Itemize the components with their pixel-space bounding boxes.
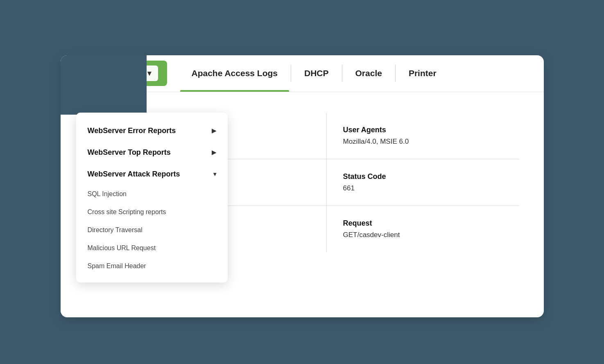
menu-item-cross-site-scripting[interactable]: Cross site Scripting reports (76, 203, 228, 221)
tab-printer[interactable]: Printer (397, 55, 448, 92)
dark-header-bg (61, 55, 147, 115)
tab-divider-3 (395, 65, 396, 82)
menu-item-sql-injection[interactable]: SQL Injection (76, 185, 228, 203)
user-agents-value: Mozilla/4.0, MSIE 6.0 (343, 138, 503, 146)
menu-item-webserver-top-reports[interactable]: WebServer Top Reports ▶ (76, 142, 228, 163)
request-value: GET/casdev-client (343, 231, 503, 239)
dropdown-menu: WebServer Error Reports ▶ WebServer Top … (76, 113, 228, 283)
menu-item-webserver-attack-reports[interactable]: WebServer Attack Reports ▾ (76, 163, 228, 185)
menu-label-top-reports: WebServer Top Reports (88, 148, 171, 157)
right-arrow-icon-2: ▶ (212, 149, 216, 156)
right-arrow-icon: ▶ (212, 127, 216, 134)
menu-item-directory-traversal[interactable]: Directory Traversal (76, 221, 228, 239)
detail-cell-user-agents: User Agents Mozilla/4.0, MSIE 6.0 (327, 113, 519, 159)
tab-apache-access-logs[interactable]: Apache Access Logs (180, 55, 289, 92)
detail-cell-request: Request GET/casdev-client (327, 206, 519, 252)
status-code-value: 661 (343, 184, 503, 192)
tab-oracle[interactable]: Oracle (344, 55, 394, 92)
request-label: Request (343, 219, 503, 228)
menu-item-malicious-url-request[interactable]: Malicious URL Request (76, 239, 228, 257)
tab-dhcp[interactable]: DHCP (293, 55, 340, 92)
menu-label-error-reports: WebServer Error Reports (88, 127, 176, 135)
menu-item-spam-email-header[interactable]: Spam Email Header (76, 257, 228, 275)
menu-item-webserver-error-reports[interactable]: WebServer Error Reports ▶ (76, 120, 228, 142)
detail-cell-status-code: Status Code 661 (327, 159, 519, 206)
tab-divider-1 (291, 65, 291, 82)
menu-label-attack-reports: WebServer Attack Reports (88, 170, 180, 179)
status-code-label: Status Code (343, 172, 503, 181)
user-agents-label: User Agents (343, 126, 503, 134)
down-arrow-icon: ▾ (213, 171, 216, 177)
tab-divider-2 (342, 65, 342, 82)
